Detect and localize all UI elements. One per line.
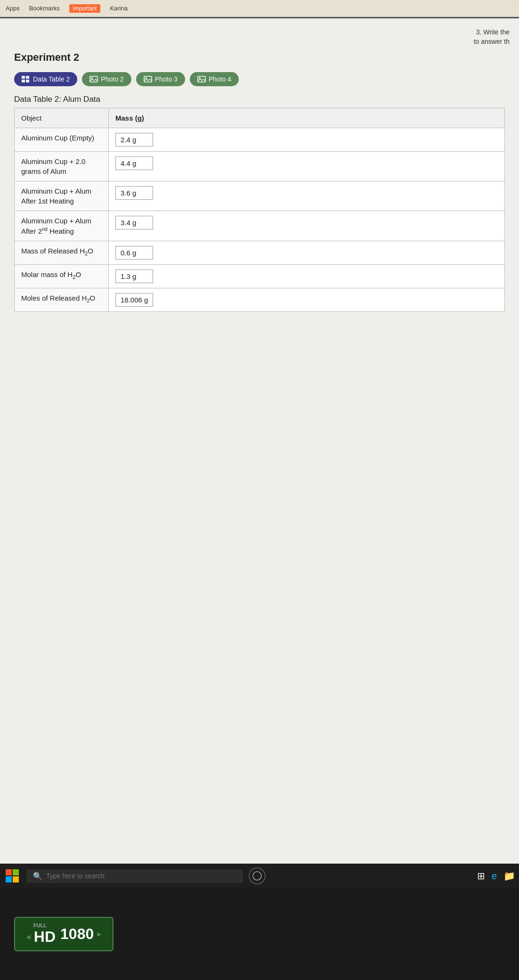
svg-rect-13: [13, 876, 19, 882]
topbar-bookmarks[interactable]: Bookmarks: [29, 5, 60, 12]
row-object-6: Molar mass of H2O: [15, 265, 109, 288]
tab-photo-3-label: Photo 3: [155, 75, 178, 83]
experiment-title: Experiment 2: [14, 51, 505, 64]
svg-rect-8: [198, 76, 205, 82]
svg-point-7: [145, 77, 147, 79]
row-value-1: 2.4 g: [109, 128, 505, 152]
row-value-4: 3.4 g: [109, 211, 505, 241]
svg-rect-12: [6, 876, 12, 882]
row-object-5: Mass of Released H2O: [15, 241, 109, 265]
hd-resolution: 1080: [60, 925, 94, 943]
value-input-5[interactable]: 0.6 g: [115, 246, 153, 260]
col-header-object: Object: [15, 108, 109, 128]
topbar-important[interactable]: Important: [69, 4, 101, 13]
table-row: Aluminum Cup + Alum After 2nd Heating 3.…: [15, 211, 505, 241]
col-header-mass: Mass (g): [109, 108, 505, 128]
svg-rect-1: [26, 76, 29, 79]
note-line2: to answer th: [474, 37, 510, 47]
browser-topbar: Apps Bookmarks Important Karina: [0, 0, 519, 17]
row-value-7: 18.006 g: [109, 288, 505, 312]
svg-rect-0: [22, 76, 25, 79]
svg-point-9: [199, 77, 201, 79]
row-object-3: Aluminum Cup + Alum After 1st Heating: [15, 181, 109, 211]
task-view-button[interactable]: [249, 867, 266, 884]
hd-arrow-right: ►: [96, 930, 103, 939]
tab-photo-2-label: Photo 2: [101, 75, 123, 83]
image-icon-photo4: [197, 76, 206, 82]
hd-arrow-left: ◄: [24, 933, 32, 941]
svg-rect-4: [90, 76, 97, 82]
row-value-5: 0.6 g: [109, 241, 505, 265]
data-table: Object Mass (g) Aluminum Cup (Empty) 2.4…: [14, 108, 505, 312]
row-object-2: Aluminum Cup + 2.0 grams of Alum: [15, 152, 109, 181]
top-right-note: 3. Write the to answer th: [474, 28, 510, 46]
value-input-2[interactable]: 4.4 g: [115, 156, 153, 170]
tab-data-table-2-label: Data Table 2: [33, 75, 70, 83]
image-icon-photo3: [144, 76, 152, 82]
file-explorer-icon[interactable]: 📁: [503, 870, 515, 882]
tab-bar: Data Table 2 Photo 2 Photo: [14, 72, 505, 86]
taskbar-search-bar[interactable]: 🔍: [26, 869, 243, 883]
page-wrapper: 3. Write the to answer th Experiment 2 D…: [0, 18, 519, 914]
value-input-7[interactable]: 18.006 g: [115, 293, 153, 307]
edge-browser-icon[interactable]: e: [492, 871, 497, 882]
image-icon-photo2: [89, 76, 98, 82]
table-row: Mass of Released H2O 0.6 g: [15, 241, 505, 265]
hd-badge-main: HD: [34, 928, 56, 946]
table-row: Moles of Released H2O 18.006 g: [15, 288, 505, 312]
row-object-4: Aluminum Cup + Alum After 2nd Heating: [15, 211, 109, 241]
svg-point-5: [91, 77, 93, 79]
hd-badge: FULL ◄ HD 1080 ►: [14, 917, 114, 951]
row-value-6: 1.3 g: [109, 265, 505, 288]
table-row: Aluminum Cup + 2.0 grams of Alum 4.4 g: [15, 152, 505, 181]
row-value-2: 4.4 g: [109, 152, 505, 181]
svg-rect-11: [13, 869, 19, 875]
tab-photo-3[interactable]: Photo 3: [136, 72, 185, 86]
table-row: Aluminum Cup (Empty) 2.4 g: [15, 128, 505, 152]
hd-badge-full-label: FULL: [33, 923, 47, 928]
tab-photo-4-label: Photo 4: [209, 75, 231, 83]
topbar-apps[interactable]: Apps: [6, 5, 20, 12]
topbar-karina[interactable]: Karina: [110, 5, 128, 12]
tab-photo-2[interactable]: Photo 2: [82, 72, 131, 86]
grid-icon: [22, 76, 30, 82]
table-row: Aluminum Cup + Alum After 1st Heating 3.…: [15, 181, 505, 211]
value-input-3[interactable]: 3.6 g: [115, 186, 153, 200]
tab-data-table-2[interactable]: Data Table 2: [14, 72, 77, 86]
hd-badge-wrapper: FULL ◄ HD 1080 ►: [0, 888, 519, 980]
row-object-1: Aluminum Cup (Empty): [15, 128, 109, 152]
svg-rect-3: [26, 80, 29, 82]
svg-rect-6: [144, 76, 152, 82]
taskbar: 🔍 ⊞ e 📁: [0, 864, 519, 888]
row-object-7: Moles of Released H2O: [15, 288, 109, 312]
data-table-title: Data Table 2: Alum Data: [14, 95, 505, 104]
tab-photo-4[interactable]: Photo 4: [190, 72, 239, 86]
task-switcher-icon[interactable]: ⊞: [477, 870, 485, 882]
svg-rect-2: [22, 80, 25, 82]
search-icon: 🔍: [33, 872, 42, 881]
value-input-4[interactable]: 3.4 g: [115, 216, 153, 229]
svg-point-14: [253, 872, 261, 880]
row-value-3: 3.6 g: [109, 181, 505, 211]
start-button[interactable]: [4, 867, 21, 884]
value-input-1[interactable]: 2.4 g: [115, 133, 153, 147]
table-row: Molar mass of H2O 1.3 g: [15, 265, 505, 288]
note-line1: 3. Write the: [474, 28, 510, 37]
taskbar-system-icons: ⊞ e 📁: [477, 870, 515, 882]
value-input-6[interactable]: 1.3 g: [115, 270, 153, 283]
svg-rect-10: [6, 869, 12, 875]
search-input[interactable]: [46, 872, 236, 880]
